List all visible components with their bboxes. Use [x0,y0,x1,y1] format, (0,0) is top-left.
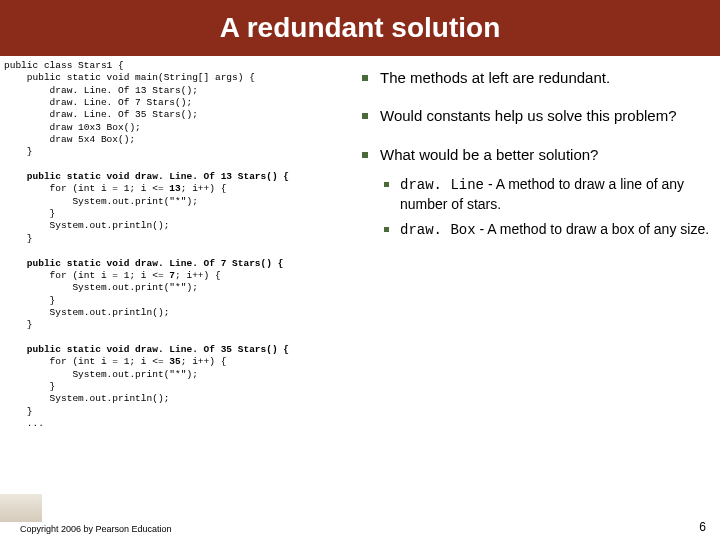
code-line: System.out.print("*"); [4,282,198,293]
code-line: ... [4,418,44,429]
code-line: for (int i = 1; i <= [4,183,169,194]
code-number: 13 [169,183,180,194]
code-line: } [4,381,55,392]
sub-bullet-item: draw. Line - A method to draw a line of … [380,175,712,214]
code-line: draw 5x4 Box(); [4,134,135,145]
code-line: } [4,295,55,306]
code-line: public static void draw. Line. Of 7 Star… [4,258,283,269]
code-line: for (int i = 1; i <= [4,270,169,281]
code-line: } [4,319,33,330]
code-line: draw. Line. Of 13 Stars(); [4,85,198,96]
code-line: public class Stars1 { [4,60,124,71]
code-line: } [4,406,33,417]
code-line: } [4,208,55,219]
code-line: draw 10x3 Box(); [4,122,141,133]
code-line: for (int i = 1; i <= [4,356,169,367]
code-line: public static void draw. Line. Of 35 Sta… [4,344,289,355]
code-line: public static void main(String[] args) { [4,72,255,83]
sub-bullet-text: - A method to draw a box of any size. [476,221,709,237]
decoration-icon [0,494,42,522]
bullet-item: The methods at left are redundant. [358,68,712,88]
code-term: draw. Box [400,222,476,238]
bullet-list: The methods at left are redundant. Would… [358,60,712,510]
code-term: draw. Line [400,177,484,193]
bullet-item: Would constants help us solve this probl… [358,106,712,126]
page-number: 6 [699,520,706,534]
code-line: } [4,146,33,157]
code-line: System.out.println(); [4,393,169,404]
code-number: 35 [169,356,180,367]
title-bar: A redundant solution [0,0,720,56]
bullet-text: What would be a better solution? [380,146,598,163]
code-line: ; i++) { [181,356,227,367]
sub-bullet-item: draw. Box - A method to draw a box of an… [380,220,712,240]
code-line: System.out.println(); [4,220,169,231]
code-line: public static void draw. Line. Of 13 Sta… [4,171,289,182]
code-line: draw. Line. Of 7 Stars(); [4,97,192,108]
content-area: public class Stars1 { public static void… [0,56,720,510]
code-line: System.out.print("*"); [4,369,198,380]
code-line: System.out.println(); [4,307,169,318]
code-line: System.out.print("*"); [4,196,198,207]
bullet-item: What would be a better solution? draw. L… [358,145,712,240]
code-line: ; i++) { [181,183,227,194]
code-line: ; i++) { [175,270,221,281]
slide-title: A redundant solution [220,12,501,44]
copyright-text: Copyright 2006 by Pearson Education [20,524,172,534]
code-line: draw. Line. Of 35 Stars(); [4,109,198,120]
code-line: } [4,233,33,244]
code-block: public class Stars1 { public static void… [4,60,358,510]
